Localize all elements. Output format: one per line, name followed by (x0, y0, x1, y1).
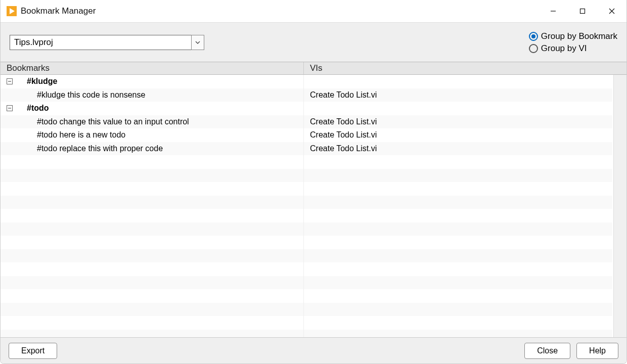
empty-row (1, 155, 612, 169)
empty-row (1, 236, 612, 249)
empty-row (1, 182, 612, 196)
bookmark-text: #todo replace this with proper code (37, 144, 163, 153)
empty-row (1, 209, 612, 222)
help-button[interactable]: Help (576, 343, 618, 359)
chevron-down-icon (195, 39, 201, 46)
collapse-icon[interactable] (7, 105, 13, 111)
empty-row (1, 222, 612, 236)
bookmark-item-row[interactable]: #kludge this code is nonsense Create Tod… (1, 88, 612, 102)
bookmark-text: #todo here is a new todo (37, 130, 125, 140)
column-headers: Bookmarks VIs (1, 62, 626, 75)
bookmark-vi: Create Todo List.vi (304, 117, 612, 126)
empty-row (1, 330, 612, 338)
radio-icon (529, 32, 538, 41)
bookmark-group-row[interactable]: #kludge (1, 75, 612, 88)
bookmark-tree: #kludge #kludge this code is nonsense Cr… (1, 75, 626, 337)
empty-row (1, 249, 612, 263)
project-dropdown-button[interactable] (191, 35, 204, 50)
maximize-button[interactable] (568, 0, 597, 22)
bookmark-tag: #todo (27, 104, 49, 113)
titlebar: Bookmark Manager (1, 0, 626, 22)
empty-row (1, 303, 612, 316)
close-dialog-button[interactable]: Close (524, 343, 570, 359)
bookmark-text: #kludge this code is nonsense (37, 90, 145, 100)
bookmark-vi: Create Todo List.vi (304, 144, 612, 153)
minimize-button[interactable] (539, 0, 568, 22)
close-button[interactable] (597, 0, 626, 22)
bookmark-vi: Create Todo List.vi (304, 130, 612, 140)
column-header-bookmarks[interactable]: Bookmarks (1, 62, 304, 74)
footer: Export Close Help (1, 337, 626, 363)
bookmark-text: #todo change this value to an input cont… (37, 117, 189, 126)
bookmark-item-row[interactable]: #todo replace this with proper code Crea… (1, 142, 612, 156)
project-selector[interactable]: Tips.lvproj (10, 35, 204, 50)
empty-row (1, 276, 612, 290)
radio-label: Group by VI (541, 43, 587, 54)
empty-row (1, 289, 612, 303)
bookmark-item-row[interactable]: #todo change this value to an input cont… (1, 115, 612, 129)
app-icon (7, 6, 17, 16)
window-title: Bookmark Manager (21, 6, 96, 16)
column-header-vis[interactable]: VIs (304, 62, 626, 74)
collapse-icon[interactable] (7, 78, 13, 84)
bookmark-tag: #kludge (27, 77, 57, 86)
export-button[interactable]: Export (9, 343, 57, 359)
bookmark-group-row[interactable]: #todo (1, 102, 612, 115)
grouping-options: Group by Bookmark Group by VI (529, 31, 617, 54)
window-controls (539, 0, 626, 22)
project-name-field[interactable]: Tips.lvproj (10, 35, 191, 50)
bookmark-vi: Create Todo List.vi (304, 90, 612, 100)
vertical-scrollbar[interactable] (613, 75, 626, 337)
toolbar: Tips.lvproj Group by Bookmark Group by V… (1, 22, 626, 62)
empty-row (1, 169, 612, 183)
empty-row (1, 196, 612, 209)
bookmark-item-row[interactable]: #todo here is a new todo Create Todo Lis… (1, 128, 612, 142)
radio-icon (529, 44, 538, 53)
radio-label: Group by Bookmark (541, 31, 617, 41)
empty-row (1, 262, 612, 276)
radio-group-by-bookmark[interactable]: Group by Bookmark (529, 31, 617, 41)
svg-rect-3 (580, 9, 585, 14)
empty-row (1, 316, 612, 330)
radio-group-by-vi[interactable]: Group by VI (529, 43, 617, 54)
